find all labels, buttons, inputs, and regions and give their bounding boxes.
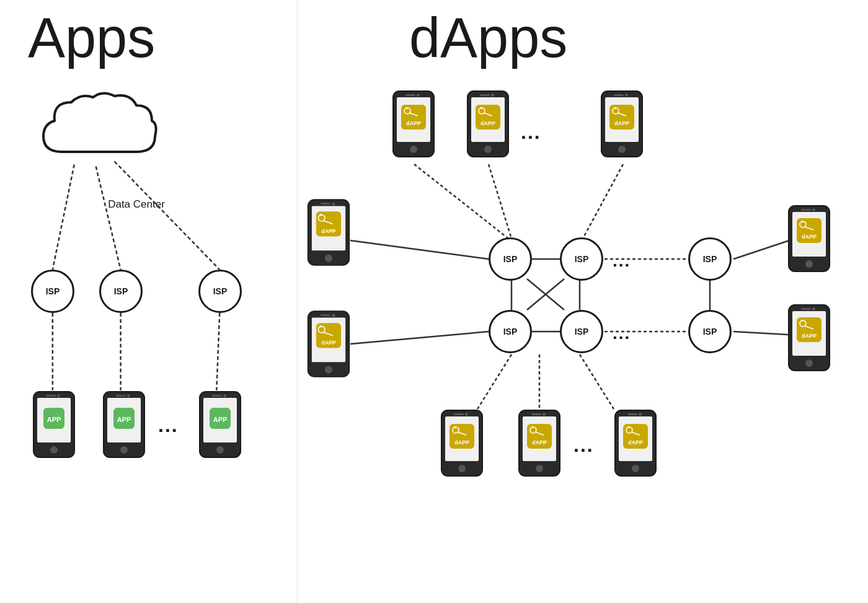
svg-rect-90: [332, 314, 335, 317]
svg-text:dAPP: dAPP: [802, 333, 817, 339]
dapps-isp-6: ISP: [688, 310, 732, 353]
apps-isp-3: ISP: [198, 270, 242, 313]
svg-rect-10: [57, 394, 60, 397]
dapps-top-phone-1: dAPP: [392, 90, 435, 158]
dapps-top-phone-3: dAPP: [600, 90, 644, 158]
dapps-section: dApps: [298, 0, 868, 603]
svg-rect-24: [223, 394, 226, 397]
dapps-bottom-dots: ...: [574, 434, 594, 457]
svg-point-68: [618, 146, 626, 153]
svg-text:dAPP: dAPP: [321, 340, 336, 346]
svg-point-8: [50, 446, 58, 454]
svg-rect-17: [127, 394, 130, 397]
svg-point-118: [458, 465, 466, 472]
svg-line-33: [527, 279, 564, 310]
apps-phone-1: APP: [32, 390, 76, 459]
dapps-top-dots: ...: [521, 121, 541, 144]
dapps-isp-3: ISP: [489, 310, 532, 353]
svg-rect-120: [465, 413, 468, 416]
dapps-isp-4: ISP: [560, 310, 603, 353]
dapps-isp-5: ISP: [688, 237, 732, 281]
svg-text:APP: APP: [47, 416, 61, 423]
svg-rect-49: [405, 94, 415, 96]
dapps-bottom-phone-2: dAPP: [518, 409, 561, 477]
svg-line-39: [733, 240, 789, 259]
svg-rect-100: [812, 208, 815, 211]
dapps-right-phone-1: dAPP: [787, 205, 831, 273]
dapps-isp-1: ISP: [489, 237, 532, 281]
svg-text:dAPP: dAPP: [532, 439, 547, 446]
svg-text:dAPP: dAPP: [614, 120, 629, 126]
svg-rect-110: [812, 307, 815, 310]
dapps-top-phone-2: dAPP: [466, 90, 510, 158]
svg-rect-130: [542, 413, 546, 416]
svg-rect-119: [454, 413, 464, 415]
svg-rect-79: [321, 203, 330, 205]
svg-line-1: [96, 166, 121, 270]
svg-text:dAPP: dAPP: [628, 439, 643, 446]
svg-point-138: [632, 465, 639, 472]
svg-point-58: [484, 146, 492, 153]
svg-text:dAPP: dAPP: [480, 120, 495, 126]
dapps-bottom-phone-1: dAPP: [440, 409, 484, 477]
svg-rect-50: [417, 94, 420, 97]
svg-rect-16: [116, 395, 126, 397]
dapps-bottom-phone-3: dAPP: [614, 409, 657, 477]
svg-text:dAPP: dAPP: [802, 234, 817, 240]
svg-text:dAPP: dAPP: [321, 228, 336, 234]
svg-line-27: [414, 164, 508, 239]
dapps-lines: [298, 0, 868, 603]
svg-rect-89: [321, 314, 330, 316]
svg-text:dAPP: dAPP: [406, 120, 421, 126]
svg-point-22: [216, 446, 224, 454]
svg-rect-99: [801, 209, 811, 211]
svg-text:dAPP: dAPP: [454, 439, 469, 446]
cloud-shape: Data Center: [37, 90, 161, 164]
cloud-label: Data Center: [84, 198, 189, 211]
dapps-right-phone-2: dAPP: [787, 304, 831, 372]
svg-rect-60: [491, 94, 494, 97]
svg-rect-129: [531, 413, 541, 415]
dapps-left-phone-1: dAPP: [307, 198, 350, 266]
svg-line-5: [216, 313, 219, 390]
svg-line-29: [583, 164, 623, 239]
svg-rect-59: [480, 94, 490, 96]
svg-rect-70: [625, 94, 628, 97]
svg-rect-9: [46, 395, 56, 397]
svg-line-43: [477, 354, 512, 409]
svg-point-108: [805, 359, 813, 367]
svg-rect-69: [614, 94, 624, 96]
svg-rect-140: [639, 413, 642, 416]
svg-line-2: [115, 161, 220, 270]
svg-rect-109: [801, 308, 811, 310]
svg-point-88: [325, 366, 332, 373]
svg-line-28: [489, 164, 512, 239]
dapps-left-phone-2: dAPP: [307, 310, 350, 378]
apps-dots: ...: [158, 414, 179, 437]
svg-line-34: [527, 279, 564, 310]
svg-point-128: [536, 465, 543, 472]
svg-point-78: [325, 254, 332, 262]
svg-text:APP: APP: [213, 416, 228, 423]
svg-line-45: [580, 354, 614, 409]
dapps-middle-dots-2: ...: [613, 324, 631, 343]
svg-rect-80: [332, 202, 335, 205]
apps-title: Apps: [28, 6, 155, 70]
svg-line-42: [350, 332, 489, 344]
apps-section: Apps Data Center ISP: [0, 0, 298, 603]
svg-line-41: [350, 240, 489, 259]
svg-line-0: [53, 164, 74, 270]
svg-point-98: [805, 260, 813, 268]
svg-point-15: [120, 446, 128, 454]
dapps-middle-dots-1: ...: [613, 251, 631, 271]
svg-point-48: [410, 146, 417, 153]
main-container: Apps Data Center ISP: [0, 0, 868, 603]
apps-isp-1: ISP: [31, 270, 74, 313]
apps-phone-3: APP: [198, 390, 242, 459]
svg-text:APP: APP: [117, 416, 131, 423]
svg-rect-139: [627, 413, 637, 415]
apps-isp-2: ISP: [99, 270, 143, 313]
svg-rect-23: [212, 395, 222, 397]
dapps-title: dApps: [409, 6, 567, 70]
dapps-isp-2: ISP: [560, 237, 603, 281]
